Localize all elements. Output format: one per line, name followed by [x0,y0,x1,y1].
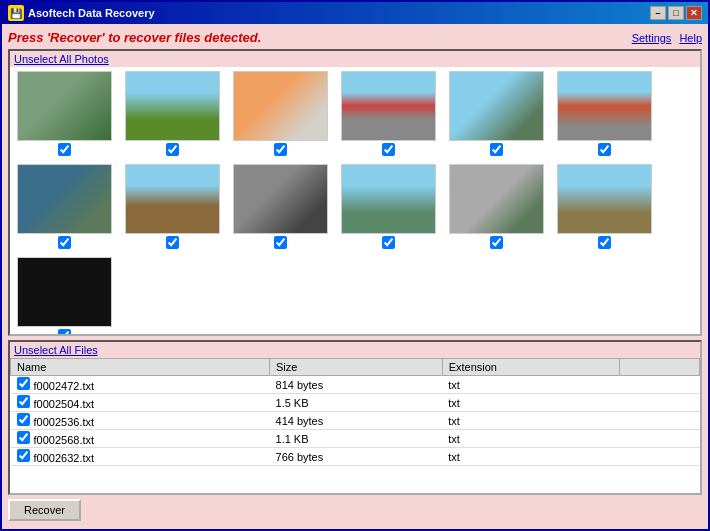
title-bar: 💾 Asoftech Data Recovery – □ ✕ [2,2,708,24]
photo-item [554,71,654,156]
file-ext-cell: txt [442,376,619,394]
photo-thumb [233,71,328,141]
file-extra-cell [620,430,700,448]
file-extra-cell [620,376,700,394]
top-links: Settings Help [632,32,702,44]
file-size-cell: 814 bytes [270,376,443,394]
files-panel: Unselect All Files Name Size Extension [8,340,702,495]
file-size-cell: 766 bytes [270,448,443,466]
window-title: Asoftech Data Recovery [28,7,155,19]
col-size: Size [270,359,443,376]
svg-rect-10 [450,165,542,233]
file-checkbox[interactable] [17,413,30,426]
photo-checkbox[interactable] [598,143,611,156]
table-row: f0002472.txt814 bytestxt [11,376,700,394]
photos-grid [10,67,700,334]
svg-rect-3 [342,72,434,140]
files-table-header: Name Size Extension [11,359,700,376]
unselect-all-files-link[interactable]: Unselect All Files [14,344,98,356]
recover-prompt: Press 'Recover' to recover files detecte… [8,30,261,45]
photo-thumb [557,164,652,234]
photo-checkbox-row [382,236,395,249]
photo-item [14,164,114,249]
photo-checkbox-row [598,236,611,249]
photo-checkbox[interactable] [274,143,287,156]
photo-checkbox-row [598,143,611,156]
recover-button[interactable]: Recover [8,499,81,521]
photo-checkbox[interactable] [166,236,179,249]
file-ext-cell: txt [442,412,619,430]
table-row: f0002504.txt1.5 KBtxt [11,394,700,412]
file-checkbox[interactable] [17,431,30,444]
file-name-cell: f0002536.txt [11,412,270,430]
file-size-cell: 1.5 KB [270,394,443,412]
photo-checkbox-row [58,329,71,334]
file-size-cell: 1.1 KB [270,430,443,448]
file-size-cell: 414 bytes [270,412,443,430]
photo-item [338,164,438,249]
photo-checkbox[interactable] [382,143,395,156]
file-ext-cell: txt [442,430,619,448]
main-window: 💾 Asoftech Data Recovery – □ ✕ Press 'Re… [0,0,710,531]
file-extra-cell [620,412,700,430]
unselect-all-photos-link[interactable]: Unselect All Photos [14,53,109,65]
col-ext: Extension [442,359,619,376]
file-ext-cell: txt [442,394,619,412]
photo-checkbox[interactable] [58,329,71,334]
table-row: f0002568.txt1.1 KBtxt [11,430,700,448]
help-link[interactable]: Help [679,32,702,44]
photo-thumb [233,164,328,234]
content-area: Press 'Recover' to recover files detecte… [2,24,708,529]
svg-rect-12 [18,258,110,326]
svg-rect-5 [558,72,650,140]
photo-checkbox[interactable] [274,236,287,249]
photo-thumb [125,71,220,141]
file-name-cell: f0002568.txt [11,430,270,448]
photo-checkbox-row [490,236,503,249]
photo-checkbox-row [58,236,71,249]
file-checkbox[interactable] [17,449,30,462]
app-icon: 💾 [8,5,24,21]
photo-checkbox[interactable] [598,236,611,249]
photo-item [338,71,438,156]
file-name-cell: f0002472.txt [11,376,270,394]
table-row: f0002536.txt414 bytestxt [11,412,700,430]
minimize-button[interactable]: – [650,6,666,20]
svg-rect-2 [234,72,326,140]
col-name: Name [11,359,270,376]
file-checkbox[interactable] [17,377,30,390]
photo-checkbox[interactable] [58,236,71,249]
svg-rect-1 [126,72,218,140]
photo-checkbox[interactable] [490,236,503,249]
top-bar: Press 'Recover' to recover files detecte… [8,30,702,45]
photo-item [446,71,546,156]
photo-checkbox[interactable] [58,143,71,156]
table-row: f0002632.txt766 bytestxt [11,448,700,466]
photo-checkbox-row [490,143,503,156]
photo-thumb [17,257,112,327]
photo-checkbox-row [166,143,179,156]
title-bar-buttons: – □ ✕ [650,6,702,20]
svg-rect-8 [234,165,326,233]
svg-rect-7 [126,165,218,233]
photo-checkbox[interactable] [490,143,503,156]
file-checkbox[interactable] [17,395,30,408]
col-extra [620,359,700,376]
photo-checkbox-row [274,236,287,249]
photo-checkbox[interactable] [382,236,395,249]
maximize-button[interactable]: □ [668,6,684,20]
settings-link[interactable]: Settings [632,32,672,44]
photo-item [122,71,222,156]
file-name-cell: f0002504.txt [11,394,270,412]
title-bar-left: 💾 Asoftech Data Recovery [8,5,155,21]
photo-thumb [17,164,112,234]
file-extra-cell [620,448,700,466]
svg-rect-0 [18,72,110,140]
files-table-container: Name Size Extension f0002472.txt814 byte… [10,358,700,493]
close-button[interactable]: ✕ [686,6,702,20]
photo-thumb [449,71,544,141]
photo-item [14,257,114,334]
photo-thumb [341,71,436,141]
photo-checkbox[interactable] [166,143,179,156]
photo-thumb [341,164,436,234]
